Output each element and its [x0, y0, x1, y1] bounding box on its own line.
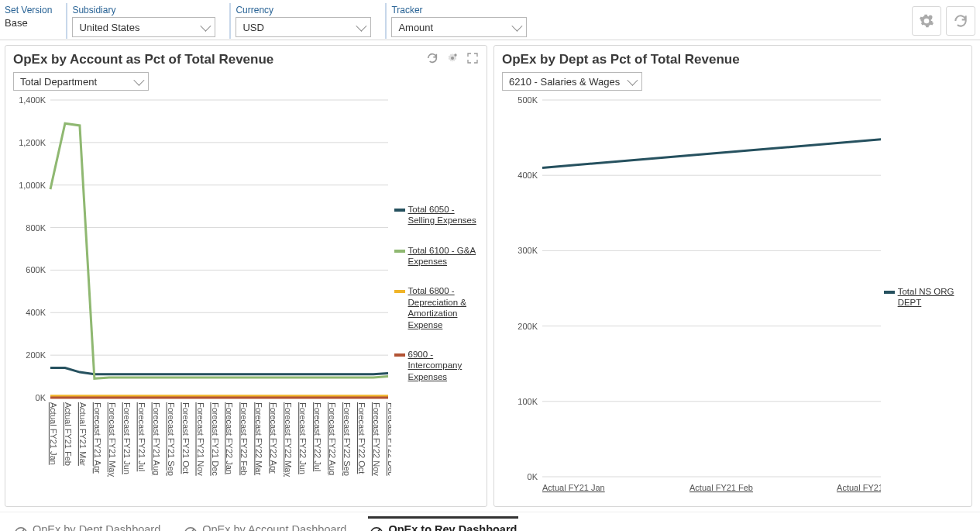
legend-label: Total NS ORG DEPT [898, 286, 964, 309]
dashboard-tabs: OpEx by Dept Dashboard OpEx by Account D… [0, 512, 980, 531]
card-title: OpEx by Account as Pct of Total Revenue [13, 52, 479, 67]
legend-item[interactable]: Total 6800 - Depreciation & Amortization… [394, 285, 479, 330]
svg-text:400K: 400K [518, 171, 538, 180]
svg-text:Forecast FY22 Nov: Forecast FY22 Nov [372, 402, 381, 476]
card-toolbar [425, 50, 480, 68]
tab-label: OpEx by Account Dashboard [202, 523, 346, 531]
chevron-down-icon [356, 21, 367, 32]
svg-text:800K: 800K [26, 223, 46, 233]
legend-item[interactable]: Total 6100 - G&A Expenses [394, 245, 479, 267]
tab-opex-to-rev[interactable]: OpEx to Rev Dashboard [368, 516, 518, 531]
svg-text:Actual FY21 Feb: Actual FY21 Feb [689, 483, 753, 492]
subsidiary-label: Subsidiary [72, 5, 215, 16]
tracker-filter: Tracker Amount [385, 3, 527, 39]
card-expand-button[interactable] [465, 50, 480, 68]
svg-text:1,200K: 1,200K [19, 138, 46, 147]
set-version-filter: Set Version Base [5, 3, 52, 30]
svg-text:Forecast FY21 May: Forecast FY21 May [108, 402, 117, 477]
legend-label: 6900 - Intercompany Expenses [408, 349, 479, 382]
svg-text:Actual FY21 Feb: Actual FY21 Feb [64, 402, 73, 466]
legend-swatch [394, 353, 405, 357]
gauge-icon [14, 524, 28, 531]
subsidiary-filter: Subsidiary United States [66, 3, 215, 39]
svg-text:Forecast FY21 Nov: Forecast FY21 Nov [196, 402, 205, 476]
refresh-icon [953, 13, 968, 29]
svg-text:Forecast FY21 Jul: Forecast FY21 Jul [137, 402, 146, 471]
opex-by-dept-chart: 0K100K200K300K400K500KActual FY21 JanAct… [502, 95, 881, 498]
svg-text:Forecast FY22 Jul: Forecast FY22 Jul [313, 402, 322, 471]
currency-select[interactable]: USD [236, 17, 371, 37]
opex-by-account-card: OpEx by Account as Pct of Total Revenue … [5, 45, 487, 507]
svg-text:Forecast FY22 Aug: Forecast FY22 Aug [328, 402, 337, 475]
currency-filter: Currency USD [229, 3, 371, 39]
svg-text:Forecast FY21 Dec: Forecast FY21 Dec [211, 402, 220, 476]
svg-text:Forecast FY21 Sep: Forecast FY21 Sep [167, 402, 176, 476]
chevron-down-icon [512, 21, 523, 32]
tracker-label: Tracker [391, 5, 527, 16]
subsidiary-select[interactable]: United States [72, 17, 215, 37]
svg-text:Forecast FY22 Jun: Forecast FY22 Jun [298, 402, 308, 474]
svg-text:400K: 400K [26, 308, 46, 317]
chevron-down-icon [628, 75, 638, 86]
currency-value: USD [242, 22, 263, 33]
tab-opex-by-dept[interactable]: OpEx by Dept Dashboard [12, 519, 162, 531]
refresh-button[interactable] [946, 6, 975, 36]
legend-swatch [394, 290, 405, 293]
svg-text:Actual FY21 Jan: Actual FY21 Jan [542, 483, 605, 492]
gauge-icon [370, 524, 383, 531]
account-select-value: 6210 - Salaries & Wages [509, 76, 620, 88]
tracker-value: Amount [398, 22, 433, 33]
svg-text:Forecast FY22 Jan: Forecast FY22 Jan [225, 402, 234, 474]
legend-swatch [394, 250, 405, 253]
currency-label: Currency [236, 5, 371, 16]
tab-label: OpEx to Rev Dashboard [388, 523, 517, 531]
department-select[interactable]: Total Department [13, 72, 149, 91]
filter-bar: Set Version Base Subsidiary United State… [0, 0, 980, 40]
gauge-icon [184, 524, 198, 531]
svg-text:0K: 0K [36, 393, 46, 402]
svg-text:Forecast FY21 Jun: Forecast FY21 Jun [122, 402, 132, 474]
svg-text:Actual FY21 Mar: Actual FY21 Mar [78, 402, 88, 466]
svg-text:Forecast FY22 May: Forecast FY22 May [284, 402, 293, 477]
legend-item[interactable]: 6900 - Intercompany Expenses [394, 349, 479, 382]
svg-text:Actual FY21 Mar: Actual FY21 Mar [837, 483, 881, 492]
gear-icon [446, 52, 459, 64]
svg-text:1,000K: 1,000K [19, 181, 46, 190]
set-version-label: Set Version [5, 5, 52, 16]
svg-point-0 [929, 16, 933, 19]
chart-legend: Total 6050 - Selling ExpensesTotal 6100 … [391, 95, 479, 491]
legend-label: Total 6050 - Selling Expenses [408, 204, 479, 226]
svg-text:Forecast FY22 Sep: Forecast FY22 Sep [342, 402, 352, 476]
svg-text:Forecast FY21 Aug: Forecast FY21 Aug [152, 402, 161, 475]
legend-item[interactable]: Total NS ORG DEPT [884, 286, 964, 309]
department-select-value: Total Department [20, 76, 97, 88]
legend-swatch [394, 209, 405, 212]
tracker-select[interactable]: Amount [391, 17, 527, 37]
account-select[interactable]: 6210 - Salaries & Wages [502, 72, 642, 91]
chart-legend: Total NS ORG DEPT [881, 95, 964, 498]
legend-label: Total 6100 - G&A Expenses [408, 245, 479, 267]
set-version-value[interactable]: Base [5, 17, 52, 29]
charts-row: OpEx by Account as Pct of Total Revenue … [0, 40, 980, 512]
svg-text:200K: 200K [26, 350, 46, 360]
svg-text:Actual FY21 Jan: Actual FY21 Jan [49, 402, 58, 465]
settings-button[interactable] [912, 6, 941, 36]
gear-icon [919, 13, 934, 29]
svg-text:Forecast FY22 Oct: Forecast FY22 Oct [357, 402, 366, 474]
svg-text:Forecast FY21 Apr: Forecast FY21 Apr [93, 402, 102, 474]
svg-text:Forecast FY21 Oct: Forecast FY21 Oct [181, 402, 191, 474]
svg-text:200K: 200K [518, 322, 538, 331]
svg-point-2 [454, 53, 456, 56]
svg-text:1,400K: 1,400K [19, 95, 46, 105]
svg-text:Forecast FY22 Feb: Forecast FY22 Feb [239, 402, 249, 475]
tab-opex-by-account[interactable]: OpEx by Account Dashboard [182, 519, 348, 531]
chevron-down-icon [133, 75, 144, 86]
legend-swatch [884, 291, 895, 294]
tab-label: OpEx by Dept Dashboard [33, 523, 160, 531]
svg-text:0K: 0K [528, 472, 538, 481]
card-refresh-button[interactable] [425, 50, 440, 68]
legend-item[interactable]: Total 6050 - Selling Expenses [394, 204, 479, 226]
card-settings-button[interactable] [445, 50, 460, 68]
opex-by-dept-card: OpEx by Dept as Pct of Total Revenue 621… [493, 45, 972, 507]
svg-text:500K: 500K [518, 95, 538, 105]
